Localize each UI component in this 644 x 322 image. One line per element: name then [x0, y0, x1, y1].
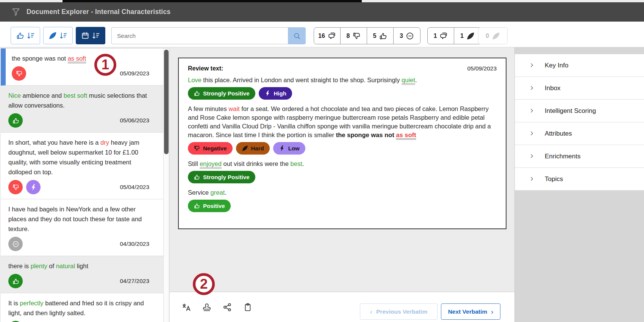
text-segment: best soft	[64, 92, 87, 99]
chat-icon	[439, 32, 448, 40]
verbatim-list: the sponge was not as soft05/09/2023Nice…	[1, 48, 169, 322]
counter-feather[interactable]: 1	[454, 28, 481, 44]
strongly-positive-badge[interactable]: Strongly Positive	[188, 171, 255, 183]
text-segment: It is	[8, 300, 20, 306]
verbatim-meta-row: 05/06/2023	[8, 113, 149, 128]
verbatim-meta-row: 04/30/2023	[8, 237, 149, 251]
chevron-left-icon: ‹	[370, 308, 372, 315]
chevron-right-icon: ›	[491, 308, 493, 315]
badge-row: Positive	[188, 200, 497, 212]
verbatim-list-item[interactable]: Nice ambience and best soft music select…	[1, 86, 169, 133]
sidebar-section-intelligent-scoring[interactable]: Intelligent Scoring	[515, 100, 644, 122]
share-button[interactable]	[223, 303, 232, 312]
sidebar-section-enrichments[interactable]: Enrichments	[515, 145, 644, 168]
page-title: Document Explorer - Internal Characteris…	[27, 8, 170, 16]
lightning-icon	[279, 145, 285, 152]
toolbar: 16853 11 0	[0, 22, 644, 47]
sidebar-section-key-info[interactable]: Key Info	[515, 54, 644, 77]
search-input[interactable]	[111, 27, 288, 44]
neutral-sentiment-icon	[8, 237, 23, 251]
strongly-positive-badge[interactable]: Strongly Positive	[188, 87, 255, 100]
thumbs-up-icon	[12, 278, 19, 285]
text-segment: I have had bagels in NewYork and a few o…	[8, 206, 142, 232]
verbatim-text: the sponge was not as soft	[12, 53, 149, 63]
chevron-right-icon	[529, 153, 535, 159]
negative-badge[interactable]: Negative	[188, 142, 233, 155]
text-segment: Still	[188, 160, 200, 167]
feather-icon	[48, 31, 57, 40]
text-segment: this place. Arrived in London and went s…	[202, 77, 402, 83]
document-explorer-app: Document Explorer - Internal Characteris…	[0, 0, 644, 322]
sentence-sentiment-counters: 16853	[314, 27, 420, 44]
counter-value: 0	[486, 33, 489, 39]
text-segment: the sponge was not	[12, 55, 68, 62]
verbatim-meta-row: 05/04/2023	[8, 180, 149, 194]
filter-funnel-icon[interactable]	[11, 8, 20, 17]
counter-chat[interactable]: 1	[428, 28, 454, 44]
review-date: 05/09/2023	[467, 65, 497, 72]
text-segment: best	[291, 160, 302, 167]
list-scrollbar-track[interactable]	[163, 48, 169, 322]
negative-sentiment-icon	[8, 180, 23, 194]
previous-verbatim-button[interactable]: ‹ Previous Verbatim	[360, 303, 438, 320]
positive-badge[interactable]: Positive	[188, 200, 231, 212]
badge-row: NegativeHardLow	[188, 142, 497, 155]
neutral-icon	[12, 241, 19, 248]
translate-icon	[182, 303, 191, 312]
clipboard-button[interactable]	[243, 303, 252, 312]
text-segment: A few minutes	[188, 105, 228, 112]
sort-by-sentiment-button[interactable]	[11, 27, 40, 44]
badge-label: Hard	[251, 145, 264, 152]
verbatim-list-panel: the sponge was not as soft05/09/2023Nice…	[1, 48, 169, 322]
list-scrollbar-thumb[interactable]	[164, 50, 169, 154]
high-badge[interactable]: High	[259, 87, 292, 100]
verbatim-text: In short, what you have here is a dry he…	[8, 138, 149, 177]
sidebar-section-label: Intelligent Scoring	[545, 107, 596, 115]
verbatim-list-item[interactable]: the sponge was not as soft05/09/2023	[1, 48, 169, 86]
sidebar-section-label: Key Info	[545, 62, 568, 69]
chevron-right-icon	[529, 108, 535, 114]
thumbs-down-icon	[16, 70, 23, 77]
chevron-right-icon	[529, 85, 535, 91]
counter-thumbs-up[interactable]: 5	[367, 28, 394, 44]
sidebar-section-inbox[interactable]: Inbox	[515, 77, 644, 100]
verbatim-list-item[interactable]: I have had bagels in NewYork and a few o…	[1, 199, 169, 256]
detail-action-bar: ‹ Previous Verbatim Next Verbatim ›	[170, 292, 514, 322]
counter-chat[interactable]: 16	[314, 28, 341, 44]
text-segment: Nice	[8, 92, 21, 99]
effort-counter-disabled: 0	[478, 27, 508, 44]
text-segment: In short, what you have here is a	[8, 139, 100, 146]
sentiment-icon-group	[8, 274, 23, 288]
stamp-button[interactable]	[202, 303, 211, 312]
counter-value: 1	[434, 33, 437, 39]
search-button[interactable]	[288, 27, 306, 44]
sidebar-section-label: Attributes	[545, 130, 572, 138]
verbatim-date: 04/27/2023	[120, 278, 149, 284]
low-badge[interactable]: Low	[273, 142, 305, 155]
verbatim-list-item[interactable]: It is perfectly battered and fried so it…	[1, 293, 169, 322]
negative-sentiment-icon	[12, 66, 26, 81]
text-segment: Service	[188, 189, 211, 196]
search-group	[111, 27, 306, 44]
verbatim-text: I have had bagels in NewYork and a few o…	[8, 204, 149, 234]
feather-icon	[466, 32, 475, 40]
text-segment: plenty	[31, 263, 47, 269]
positive-sentiment-icon	[8, 113, 23, 128]
sidebar-section-attributes[interactable]: Attributes	[515, 122, 644, 145]
next-verbatim-button[interactable]: Next Verbatim ›	[441, 303, 500, 320]
counter-neutral[interactable]: 3	[394, 28, 420, 44]
text-segment: dry	[100, 139, 109, 146]
sort-by-date-button[interactable]	[76, 27, 105, 44]
sidebar-section-topics[interactable]: Topics	[515, 168, 644, 191]
counter-thumbs-down[interactable]: 8	[341, 28, 367, 44]
verbatim-list-item[interactable]: In short, what you have here is a dry he…	[1, 133, 169, 199]
action-icon-group	[182, 303, 252, 312]
hard-badge[interactable]: Hard	[236, 142, 270, 155]
translate-button[interactable]	[182, 303, 191, 312]
badge-label: High	[274, 90, 286, 97]
counter-value: 3	[400, 33, 403, 39]
verbatim-list-item[interactable]: there is plenty of natural light04/27/20…	[1, 256, 169, 293]
text-segment: .	[225, 189, 227, 196]
stamp-icon	[202, 303, 211, 312]
sort-by-effort-button[interactable]	[43, 27, 73, 44]
